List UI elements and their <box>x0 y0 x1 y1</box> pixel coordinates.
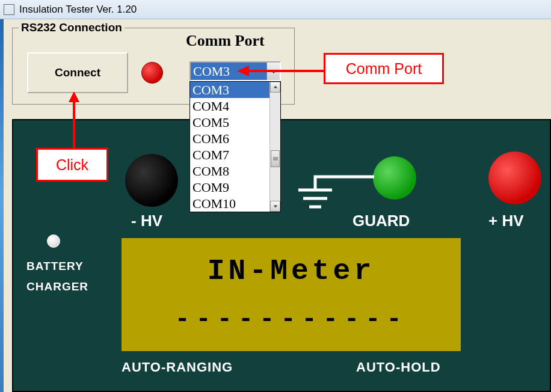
arrow-to-combobox <box>236 64 326 78</box>
hv-pos-label: + HV <box>488 212 524 230</box>
app-icon <box>4 4 14 15</box>
dropdown-option[interactable]: COM7 <box>190 147 269 163</box>
hv-negative-jack <box>125 154 178 207</box>
dropdown-option[interactable]: COM8 <box>190 163 269 179</box>
dropdown-option[interactable]: COM9 <box>190 179 269 195</box>
charger-label: CHARGER <box>26 280 88 293</box>
auto-hold-label: AUTO-HOLD <box>356 360 441 375</box>
titlebar: Insulation Tester Ver. 1.20 <box>0 0 551 19</box>
scroll-down-icon[interactable] <box>270 201 280 212</box>
commport-label: Comm Port <box>186 32 265 50</box>
lcd-title: IN-Meter <box>208 255 375 287</box>
guard-jack <box>373 156 416 200</box>
connect-button[interactable]: Connect <box>27 52 128 93</box>
dropdown-option[interactable]: COM4 <box>190 98 269 114</box>
ground-icon <box>291 172 375 215</box>
annotation-click: Click <box>36 148 108 182</box>
lcd-display: IN-Meter ----------- <box>122 238 461 351</box>
scroll-up-icon[interactable] <box>270 82 280 93</box>
hv-positive-jack <box>488 152 541 204</box>
scroll-thumb[interactable] <box>271 150 280 167</box>
auto-ranging-label: AUTO-RANGING <box>122 360 233 375</box>
dropdown-option[interactable]: COM3 <box>190 82 269 98</box>
arrow-to-connect <box>65 90 83 153</box>
battery-charger-led <box>47 234 60 248</box>
dropdown-option[interactable]: COM5 <box>190 114 269 130</box>
battery-label: BATTERY <box>26 260 84 273</box>
window-title: Insulation Tester Ver. 1.20 <box>19 4 137 16</box>
annotation-commport: Comm Port <box>324 53 444 84</box>
dropdown-scrollbar[interactable] <box>269 82 280 212</box>
lcd-value: ----------- <box>174 305 407 334</box>
guard-label: GUARD <box>352 212 410 230</box>
hv-neg-label: - HV <box>131 212 162 230</box>
groupbox-legend: RS232 Connection <box>19 21 125 34</box>
commport-dropdown[interactable]: COM3COM4COM5COM6COM7COM8COM9COM10 <box>189 81 281 212</box>
connection-status-led <box>141 62 163 84</box>
dropdown-option[interactable]: COM10 <box>190 195 269 212</box>
dropdown-option[interactable]: COM6 <box>190 130 269 147</box>
